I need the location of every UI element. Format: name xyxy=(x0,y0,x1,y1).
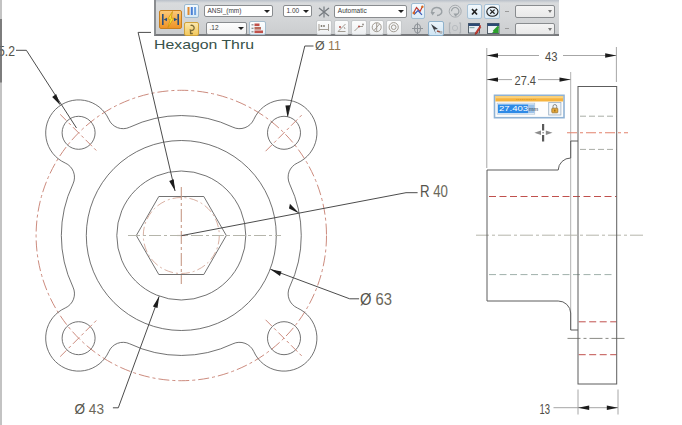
svg-text:Ø 63: Ø 63 xyxy=(360,291,392,308)
svg-text:...........: ........... xyxy=(516,95,536,101)
svg-text:43: 43 xyxy=(545,49,558,64)
svg-text:5.2: 5.2 xyxy=(0,42,15,59)
svg-text:27.4: 27.4 xyxy=(515,73,537,88)
svg-text:R 40: R 40 xyxy=(420,182,448,200)
svg-text:Hexagon Thru: Hexagon Thru xyxy=(154,37,254,52)
svg-text:27.403: 27.403 xyxy=(499,105,528,112)
svg-text:13: 13 xyxy=(540,401,551,417)
svg-text:mm: mm xyxy=(529,106,539,112)
svg-text:Ø 11: Ø 11 xyxy=(315,39,341,53)
svg-text:Ø 43: Ø 43 xyxy=(75,400,105,417)
